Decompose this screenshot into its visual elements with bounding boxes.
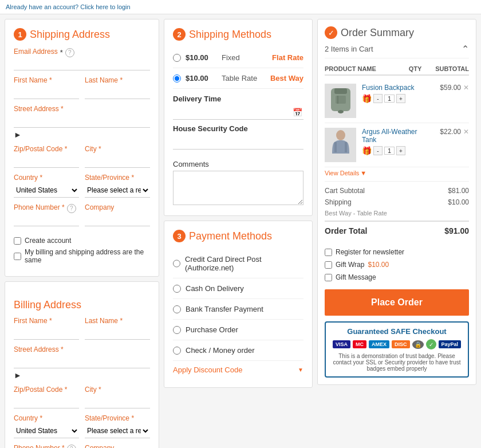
email-help-icon[interactable]: ? — [65, 48, 74, 57]
billing-country-select[interactable]: United States — [14, 424, 79, 438]
last-name-input[interactable] — [85, 86, 150, 99]
billing-phone-help-icon[interactable]: ? — [67, 445, 76, 449]
remove-backpack[interactable]: ✕ — [463, 84, 469, 92]
phone-input[interactable] — [14, 213, 79, 226]
payment-radio-cod[interactable] — [173, 285, 181, 293]
create-account-checkbox[interactable] — [14, 237, 21, 245]
payment-methods-card: 3 Payment Methods Credit Card Direct Pos… — [164, 221, 313, 388]
paypal-icon: PayPal — [439, 340, 462, 348]
country-select[interactable]: United States — [14, 183, 79, 198]
payment-option-cc: Credit Card Direct Post (Authorize.net) — [173, 249, 303, 278]
col-subtotal: SUBTOTAL — [435, 65, 469, 72]
last-name-group: Last Name * — [85, 76, 150, 99]
city-group: City * — [85, 145, 150, 168]
gift-icon-tank[interactable]: 🎁 — [362, 146, 372, 155]
view-details-chevron-icon: ▼ — [360, 170, 366, 176]
zip-group: Zip/Postal Code * — [14, 145, 79, 168]
trust-badge-title: Guaranteed SAFE Checkout — [330, 327, 463, 336]
shipping-option-best: $10.00 Table Rate Best Way — [173, 68, 303, 89]
view-details-link[interactable]: View Details ▼ — [325, 167, 469, 179]
cart-item-img-tank — [325, 128, 356, 162]
shipping-method-row: Best Way - Table Rate — [325, 208, 469, 218]
billing-last-name-label: Last Name * — [85, 317, 150, 325]
payment-radio-po[interactable] — [173, 326, 181, 334]
gift-icon-backpack[interactable]: 🎁 — [362, 94, 372, 103]
discount-row[interactable]: Apply Discount Code ▼ — [173, 361, 303, 379]
billing-street-label: Street Address * — [14, 345, 150, 353]
street-input[interactable] — [14, 115, 150, 128]
collapse-icon[interactable]: ⌃ — [462, 44, 469, 54]
house-security-input[interactable] — [173, 136, 303, 150]
phone-help-icon[interactable]: ? — [67, 204, 76, 213]
shipping-radio-flat[interactable] — [173, 54, 181, 62]
cart-item-name-backpack[interactable]: Fusion Backpack — [362, 84, 429, 92]
billing-street-input[interactable] — [14, 355, 150, 368]
billing-city-input[interactable] — [85, 395, 150, 408]
billing-zip-input[interactable] — [14, 395, 79, 408]
payment-radio-bank[interactable] — [173, 305, 181, 313]
city-input[interactable] — [85, 155, 150, 168]
discount-chevron-icon: ▼ — [298, 367, 303, 373]
qty-increase-backpack[interactable]: + — [396, 94, 405, 103]
delivery-time-input[interactable] — [173, 107, 303, 120]
delivery-time-label: Delivery Time — [173, 95, 303, 103]
billing-company-group: Company — [85, 444, 150, 448]
payment-option-bank: Bank Transfer Payment — [173, 299, 303, 320]
svg-rect-2 — [336, 96, 346, 104]
payment-radio-cc[interactable] — [173, 260, 180, 268]
payment-option-check: Check / Money order — [173, 340, 303, 361]
billing-last-name-input[interactable] — [85, 327, 150, 340]
email-label: Email Address — [14, 48, 58, 56]
qty-increase-tank[interactable]: + — [396, 146, 405, 155]
newsletter-checkbox[interactable] — [325, 249, 332, 256]
billing-zip-label: Zip/Postal Code * — [14, 386, 79, 394]
last-name-label: Last Name * — [85, 76, 150, 84]
qty-decrease-tank[interactable]: - — [373, 146, 383, 155]
login-link[interactable]: Already have an account? Click here to l… — [6, 3, 131, 10]
shipping-type-best: Table Rate — [222, 74, 266, 82]
comments-textarea[interactable] — [173, 171, 303, 205]
billing-first-name-label: First Name * — [14, 317, 79, 325]
svg-rect-6 — [334, 142, 337, 152]
street-address-group: Street Address * ► — [14, 105, 150, 139]
zip-label: Zip/Postal Code * — [14, 145, 79, 153]
cart-item-name-tank[interactable]: Argus All-Weather Tank — [362, 128, 429, 144]
comments-label: Comments — [173, 160, 303, 168]
shipping-price-best: $10.00 — [186, 74, 217, 82]
amex-icon: AMEX — [369, 340, 389, 348]
zip-input[interactable] — [14, 155, 79, 168]
extras-newsletter: Register for newsletter — [325, 246, 469, 258]
giftwrap-checkbox[interactable] — [325, 261, 332, 269]
billing-state-select[interactable]: Please select a regic — [85, 424, 150, 438]
place-order-button[interactable]: Place Order — [325, 289, 469, 316]
qty-display-backpack: 1 — [384, 95, 395, 103]
shipping-radio-best[interactable] — [173, 74, 181, 82]
state-label: State/Province * — [85, 174, 150, 182]
location-icon: ► — [14, 130, 22, 139]
discover-icon: DISC — [392, 340, 410, 348]
payment-option-po: Purchase Order — [173, 320, 303, 340]
lock-icon: 🔒 — [412, 340, 424, 349]
first-name-group: First Name * — [14, 76, 79, 99]
giftmessage-checkbox[interactable] — [325, 274, 332, 281]
checkbox-group: Create account My billing and shipping a… — [14, 237, 150, 264]
billing-city-group: City * — [85, 386, 150, 408]
billing-city-label: City * — [85, 386, 150, 394]
trust-badge-text: This is a demonstration of trust badge. … — [330, 353, 463, 372]
svg-rect-7 — [345, 142, 347, 152]
svg-point-4 — [338, 110, 344, 113]
order-summary-check-icon: ✓ — [325, 26, 337, 39]
state-select[interactable]: Please select a regic — [85, 183, 150, 198]
payment-radio-check[interactable] — [173, 347, 181, 355]
remove-tank[interactable]: ✕ — [463, 128, 469, 136]
qty-decrease-backpack[interactable]: - — [373, 94, 383, 103]
order-summary-card: ✓ Order Summary 2 Items in Cart ⌃ PRODUC… — [317, 19, 476, 385]
order-summary-title: ✓ Order Summary — [325, 26, 469, 39]
shipping-methods-card: 2 Shipping Methods $10.00 Fixed Flat Rat… — [164, 19, 313, 216]
billing-location-icon: ► — [14, 371, 22, 380]
email-input[interactable] — [14, 57, 150, 70]
billing-first-name-input[interactable] — [14, 327, 79, 340]
company-input[interactable] — [85, 213, 150, 226]
first-name-input[interactable] — [14, 86, 79, 99]
billing-same-checkbox[interactable] — [14, 253, 21, 260]
